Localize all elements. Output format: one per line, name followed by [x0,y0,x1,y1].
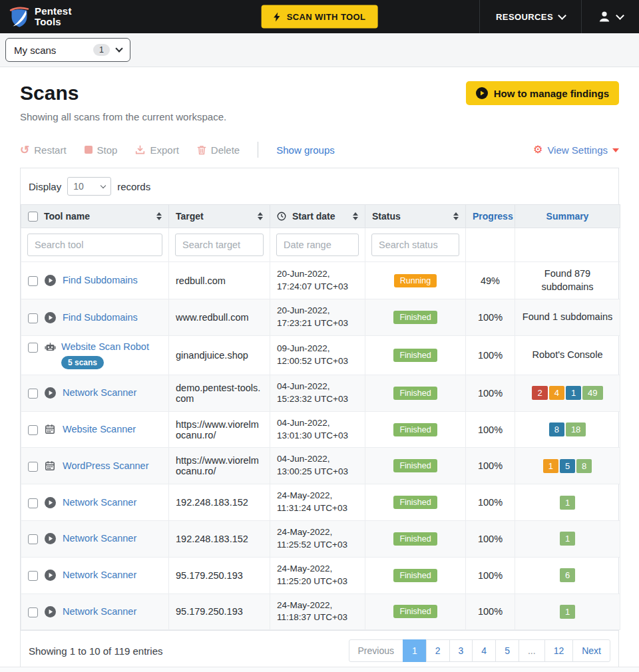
summary-count-chip[interactable]: 18 [566,422,586,436]
summary-chips: 1 [522,496,613,510]
pagination-page-12[interactable]: 12 [544,639,574,662]
tool-name-link[interactable]: Network Scanner [63,533,136,544]
export-button[interactable]: Export [135,144,178,156]
select-all-checkbox[interactable] [28,212,38,222]
row-checkbox[interactable] [28,607,38,617]
row-checkbox[interactable] [28,571,38,581]
tool-name-link[interactable]: Network Scanner [63,387,136,398]
pagination-page-1[interactable]: 1 [403,639,427,662]
start-date-cell: 20-Jun-2022, 17:24:07 UTC+03 [270,262,365,299]
progress-cell: 100% [466,448,515,484]
chevron-down-icon [558,11,566,20]
search-target-input[interactable] [175,234,264,256]
table-row: Network Scanner 95.179.250.193 24-May-20… [21,557,620,593]
target-cell: ginandjuice.shop [169,335,270,375]
scan-with-tool-button[interactable]: SCAN WITH TOOL [262,5,378,29]
how-to-manage-findings-button[interactable]: How to manage findings [466,81,619,105]
status-badge: Finished [393,423,437,436]
summary-count-chip[interactable]: 1 [543,459,558,473]
column-header-tool-name[interactable]: Tool name [21,205,169,228]
row-checkbox[interactable] [28,534,38,544]
delete-button[interactable]: Delete [197,144,240,156]
summary-chips: 24149 [522,386,613,400]
start-date-cell: 24-May-2022, 11:31:24 UTC+03 [270,484,365,521]
tool-name-link[interactable]: Find Subdomains [63,275,138,285]
tool-name-link[interactable]: Network Scanner [63,497,136,508]
row-checkbox[interactable] [28,276,38,286]
tool-name-link[interactable]: Website Scanner [63,424,136,434]
pagination-page-2[interactable]: 2 [426,639,450,662]
search-status-input[interactable] [371,234,459,256]
column-header-progress: Progress [466,205,515,228]
summary-count-chip[interactable]: 49 [582,386,602,400]
pagination-page-3[interactable]: 3 [449,639,473,662]
progress-cell: 49% [466,262,515,299]
row-checkbox[interactable] [28,343,38,353]
user-account-menu[interactable] [581,0,639,33]
show-groups-link[interactable]: Show groups [276,144,335,156]
play-circle-icon [45,275,56,286]
scan-count-badge[interactable]: 5 scans [61,356,104,369]
tool-name-link[interactable]: Network Scanner [63,570,136,580]
start-date-cell: 04-Jun-2022, 13:00:25 UTC+03 [270,448,365,484]
pagination-next[interactable]: Next [572,639,610,662]
pagination-previous[interactable]: Previous [349,639,403,662]
stop-button[interactable]: Stop [85,144,118,156]
workspace-selector-label: My scans [14,45,56,56]
view-settings-button[interactable]: ⚙ View Settings [533,144,619,156]
workspace-selector[interactable]: My scans 1 [5,38,130,62]
resources-menu[interactable]: RESOURCES [479,0,581,33]
tool-name-link[interactable]: Website Scan Robot [61,341,149,352]
table-row: Network Scanner 192.248.183.152 24-May-2… [21,521,620,558]
pentest-tools-logo[interactable]: Pentest Tools [0,5,72,28]
row-checkbox[interactable] [28,462,38,472]
row-checkbox[interactable] [28,425,38,435]
column-header-start-date[interactable]: Start date [270,205,365,228]
play-circle-icon [45,606,56,617]
row-checkbox[interactable] [28,389,38,399]
status-badge: Finished [393,496,437,509]
calendar-icon [45,424,56,435]
restart-button[interactable]: ↺ Restart [20,144,67,156]
pagination-page-5[interactable]: 5 [495,639,519,662]
progress-cell: 100% [466,484,515,521]
shield-logo-icon [9,5,29,28]
divider [258,142,258,158]
summary-count-chip[interactable]: 1 [560,532,575,546]
status-badge: Finished [393,569,437,582]
tool-name-link[interactable]: WordPress Scanner [63,460,148,471]
target-cell: www.redbull.com [169,299,270,336]
summary-chips: 1 [522,605,613,619]
summary-count-chip[interactable]: 2 [532,386,547,400]
summary-count-chip[interactable]: 1 [560,605,575,619]
search-tool-input[interactable] [27,234,162,256]
column-header-target[interactable]: Target [169,205,270,228]
summary-count-chip[interactable]: 5 [560,459,575,473]
progress-cell: 100% [466,557,515,593]
summary-chips: 158 [522,459,613,473]
sort-icon [353,212,358,220]
trash-icon [197,145,206,155]
summary-chips: 818 [522,422,613,436]
table-row: Website Scanner https://www.viorelmocanu… [21,411,620,448]
pagination-page-4[interactable]: 4 [472,639,496,662]
target-cell: redbull.com [169,262,270,299]
row-checkbox[interactable] [28,313,38,323]
records-per-page-select[interactable]: 10 [67,177,111,196]
summary-count-chip[interactable]: 1 [566,386,581,400]
summary-count-chip[interactable]: 6 [560,568,575,582]
target-cell: demo.pentest-tools.com [169,375,270,411]
summary-count-chip[interactable]: 4 [549,386,564,400]
column-header-status[interactable]: Status [365,205,466,228]
tool-name-link[interactable]: Network Scanner [63,606,136,617]
scan-actions-bar: ↺ Restart Stop Export Delete [20,142,619,158]
summary-count-chip[interactable]: 8 [576,459,592,473]
play-circle-icon [45,533,56,544]
summary-count-chip[interactable]: 8 [549,422,564,436]
logo-text: Pentest Tools [35,6,72,27]
row-checkbox[interactable] [28,498,38,508]
summary-count-chip[interactable]: 1 [560,496,575,510]
tool-name-link[interactable]: Find Subdomains [63,312,138,323]
date-range-input[interactable] [276,234,359,256]
summary-cell: Robot's Console [522,349,613,362]
